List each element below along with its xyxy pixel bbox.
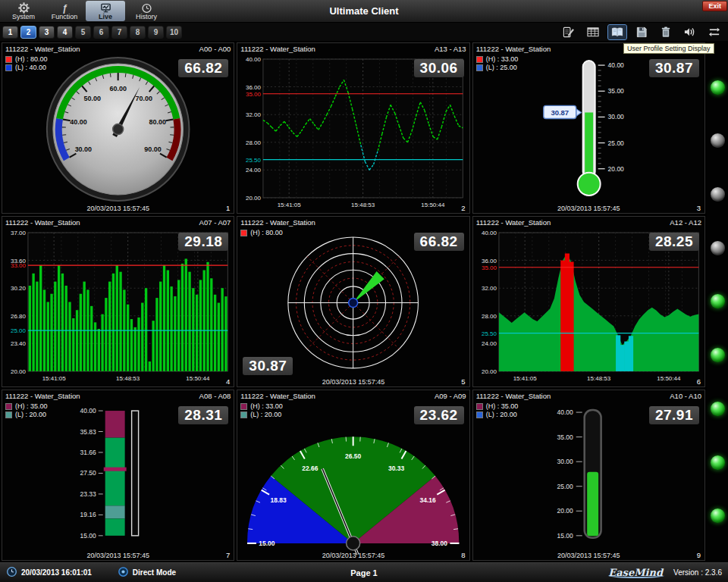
nav-tab-function[interactable]: ƒFunction [45,1,84,21]
station-label: 111222 - Water_Station [476,45,551,53]
legend-row: (H) : 80.00 [240,229,283,236]
led-indicator-5[interactable] [711,294,725,308]
panel-2[interactable]: 111222 - Water_StationA13 - A1340.0036.0… [237,42,469,214]
svg-text:15.00: 15.00 [557,532,573,540]
segment-bar-chart: 40.0035.8331.6627.5023.3319.1615.00 [2,402,234,560]
panel-5[interactable]: 111222 - Water_Station(H) : 80.0066.8230… [237,216,469,387]
timestamp: 20/03/2013 15:57:45 [473,552,704,559]
legend-swatch [476,64,483,71]
svg-text:25.50: 25.50 [246,157,261,164]
nav-tab-live[interactable]: Live [86,1,125,21]
panel-grid: 111222 - Water_StationA00 - A0030.0040.0… [0,41,707,562]
svg-text:23.33: 23.33 [80,490,96,498]
panel-index: 3 [697,204,701,212]
led-indicator-7[interactable] [711,402,725,416]
svg-text:40.00: 40.00 [246,56,261,63]
panel-1[interactable]: 111222 - Water_StationA00 - A0030.0040.0… [2,42,234,214]
exit-button[interactable]: Exit [702,1,727,11]
svg-text:15:48:53: 15:48:53 [587,375,611,382]
page-tab-9[interactable]: 9 [148,26,164,39]
user-profile-book-icon[interactable] [608,25,626,39]
save-icon[interactable] [632,25,651,39]
svg-text:24.00: 24.00 [482,340,497,347]
legend-row: (H) : 33.00 [476,55,519,63]
led-indicator-8[interactable] [711,455,725,470]
panel-3[interactable]: 111222 - Water_Station40.0035.0030.0025.… [472,42,705,214]
svg-text:30.00: 30.00 [557,458,573,465]
svg-text:15:48:53: 15:48:53 [351,202,375,208]
svg-text:15.00: 15.00 [259,540,275,547]
page-tab-10[interactable]: 10 [166,26,182,39]
legend-label: (L) : 25.00 [486,64,517,71]
led-indicator-4[interactable] [711,241,725,255]
value-display: 66.82 [178,59,228,77]
svg-text:35.00: 35.00 [557,433,573,441]
status-bar: 20/03/2013 16:01:01 Direct Mode Page 1 E… [0,562,728,582]
svg-text:25.00: 25.00 [607,139,623,147]
nav-tab-history[interactable]: History [127,1,166,21]
svg-text:15:50:44: 15:50:44 [186,375,210,382]
grid-view-icon[interactable] [584,25,602,39]
secondary-value-display: 30.87 [243,357,293,375]
nav-tabs: SystemƒFunctionLiveHistory [0,0,167,22]
sound-icon[interactable] [681,25,699,39]
svg-text:28.00: 28.00 [246,139,261,146]
sync-icon[interactable] [705,25,723,39]
status-datetime: 20/03/2013 16:01:01 [21,568,92,577]
semi-gauge-chart: 15.0018.8322.6626.5030.3334.1638.00 [237,402,469,560]
legend-swatch [5,64,12,71]
svg-text:34.16: 34.16 [420,496,436,504]
page-tab-3[interactable]: 3 [39,26,55,39]
edit-profile-icon[interactable] [560,25,578,39]
led-indicator-3[interactable] [711,187,725,202]
legend-row: (H) : 35.00 [476,402,519,410]
led-indicator-6[interactable] [711,348,725,362]
led-indicator-9[interactable] [711,508,725,523]
page-tab-8[interactable]: 8 [130,26,146,39]
delete-icon[interactable] [657,25,675,39]
svg-text:30.87: 30.87 [551,108,569,117]
titlebar: SystemƒFunctionLiveHistory Ultimate Clie… [0,0,728,23]
panel-header: 111222 - Water_StationA10 - A10 [473,390,704,402]
nav-tab-system[interactable]: System [4,1,43,21]
page-tab-4[interactable]: 4 [57,26,73,39]
panel-7[interactable]: 111222 - Water_StationA08 - A0840.0035.8… [2,390,234,561]
channel-code: A00 - A00 [199,45,231,53]
page-tab-2[interactable]: 2 [20,26,36,39]
legend-label: (H) : 33.00 [486,55,519,63]
station-label: 111222 - Water_Station [476,218,551,227]
panel-8[interactable]: 111222 - Water_StationA09 - A0915.0018.8… [237,390,469,561]
page-tab-6[interactable]: 6 [93,26,109,39]
panel-9[interactable]: 111222 - Water_StationA10 - A1040.0035.0… [472,390,705,561]
svg-text:20.00: 20.00 [11,368,26,375]
legend-swatch [476,56,483,63]
page-tabs: 12345678910 [2,26,182,39]
station-label: 111222 - Water_Station [240,218,315,227]
svg-text:22.66: 22.66 [303,465,318,472]
legend-row: (H) : 35.00 [5,402,48,410]
history-icon [141,2,152,14]
timestamp: 20/03/2013 15:57:45 [237,552,469,559]
timestamp: 20/03/2013 15:57:45 [2,205,234,212]
svg-text:30.33: 30.33 [388,465,404,472]
led-indicator-2[interactable] [711,133,725,148]
panel-index: 9 [697,551,701,559]
panel-header: 111222 - Water_StationA08 - A08 [2,390,234,402]
svg-text:15.00: 15.00 [80,532,96,540]
svg-text:20.00: 20.00 [607,165,623,173]
panel-6[interactable]: 111222 - Water_StationA12 - A1240.0036.0… [472,216,705,387]
value-display: 66.82 [414,233,464,251]
legend: (H) : 33.00(L) : 20.00 [240,402,283,418]
legend-label: (H) : 33.00 [250,402,283,410]
svg-text:32.00: 32.00 [246,111,261,118]
clock-icon [6,566,17,579]
page-tab-5[interactable]: 5 [75,26,91,39]
panel-4[interactable]: 111222 - Water_StationA07 - A0737.0033.6… [2,216,234,387]
svg-text:40.00: 40.00 [80,407,96,415]
legend-label: (L) : 20.00 [15,411,46,418]
page-tab-7[interactable]: 7 [111,26,127,39]
legend-label: (H) : 35.00 [15,402,48,410]
led-indicator-1[interactable] [711,80,725,95]
page-tab-1[interactable]: 1 [2,26,18,39]
svg-text:30.00: 30.00 [75,146,92,153]
